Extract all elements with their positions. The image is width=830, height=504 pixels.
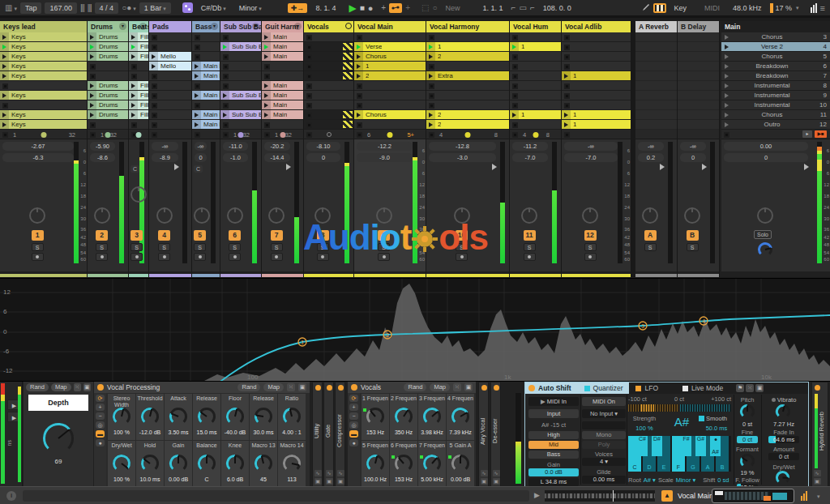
add-track-icon[interactable]: + <box>405 3 410 12</box>
io-meter-caret-icon[interactable]: ▾ <box>817 493 820 500</box>
macro-control[interactable]: Attack3.50 ms <box>165 394 192 440</box>
clip-slot[interactable]: Fills <box>129 110 148 120</box>
clip-slot[interactable] <box>354 81 426 91</box>
key-root-menu[interactable]: C#/Db▾ <box>196 2 231 14</box>
solo-button[interactable]: S <box>317 243 329 251</box>
arm-monitor-button[interactable] <box>317 253 329 261</box>
macro-control[interactable]: 4 Frequen7.39 kHz <box>447 394 474 440</box>
stop-all-square[interactable] <box>90 132 96 138</box>
dry-wet-knob[interactable] <box>775 470 790 486</box>
clip-launch-zone[interactable] <box>354 62 363 70</box>
nudge-down-icon[interactable]: ||| <box>80 3 84 12</box>
solo-chip[interactable]: Solo <box>754 230 772 239</box>
clip-slot[interactable] <box>192 100 220 110</box>
clip-slot[interactable] <box>562 32 631 42</box>
clip-launch-zone[interactable] <box>510 110 519 119</box>
clip-launch-zone[interactable] <box>129 110 138 119</box>
clip[interactable]: Main lin <box>192 110 220 119</box>
clip[interactable]: Main <box>262 81 303 90</box>
clip-slot[interactable]: Fills <box>129 100 148 110</box>
crossfade-assign-c[interactable]: C <box>194 165 203 173</box>
solo-button[interactable]: S <box>524 243 536 251</box>
clip-slot[interactable]: 1 <box>510 110 561 120</box>
metronome-icon[interactable]: ○●▾ <box>122 3 136 12</box>
clip-slot[interactable] <box>149 42 191 52</box>
macro-control[interactable]: Dry/Wet100 % <box>108 441 135 486</box>
clip-slot[interactable] <box>304 91 353 100</box>
clip-slot[interactable]: 1 <box>562 71 631 81</box>
stop-all-clips-icon[interactable]: ▶■ <box>815 130 827 138</box>
clip-slot[interactable]: Main <box>262 91 303 100</box>
clip-slot[interactable] <box>220 71 261 81</box>
clip[interactable]: Fills <box>129 110 148 119</box>
clip[interactable]: Chorus <box>354 110 426 119</box>
clip-slot[interactable] <box>129 62 148 71</box>
clip-slot[interactable] <box>510 91 561 100</box>
macro-control[interactable]: Floor-40.0 dB <box>221 394 249 440</box>
clip-launch-zone[interactable] <box>262 100 271 109</box>
clip-launch-zone[interactable] <box>220 42 229 51</box>
clip[interactable]: 1 <box>510 42 561 51</box>
midi-in-button[interactable]: ▶ MIDI In <box>528 397 579 406</box>
solo-button[interactable]: S <box>644 243 657 251</box>
clip-slot[interactable] <box>426 91 509 100</box>
macro-control[interactable]: Release30.0 ms <box>250 394 277 440</box>
clip[interactable]: Main lin <box>192 62 220 70</box>
clip-stop-row[interactable] <box>192 130 220 139</box>
track-header[interactable]: Pads <box>149 21 191 32</box>
clip[interactable]: 1 <box>354 62 426 70</box>
clip-launch-zone[interactable] <box>262 81 271 90</box>
clip-slot[interactable] <box>149 32 191 42</box>
clip-slot[interactable] <box>510 120 561 130</box>
clip-launch-zone[interactable] <box>88 81 96 90</box>
clip-slot[interactable]: Mello <box>149 52 191 62</box>
return-header[interactable]: B Delay <box>678 21 719 32</box>
tab-live-mode[interactable]: Live Mode <box>676 382 729 394</box>
layout-icon[interactable]: ▥▾ <box>5 3 17 12</box>
poly-button[interactable]: Poly <box>582 441 626 449</box>
clip-slot[interactable] <box>149 71 191 81</box>
clip-launch-zone[interactable] <box>354 110 363 119</box>
macro-knob[interactable] <box>390 407 417 429</box>
dice-icon[interactable]: ⁙ <box>287 383 295 391</box>
capture-new-scene-button[interactable]: New <box>441 2 465 14</box>
clip[interactable]: Drums <box>88 81 128 90</box>
clip[interactable]: Sub Sub Ba <box>220 42 261 51</box>
track-activator-button[interactable]: 8 <box>317 230 329 241</box>
sc-icon[interactable]: ∿ <box>481 470 488 476</box>
glide-field[interactable]: 0.00 ms <box>582 476 626 484</box>
track-header[interactable]: Vocal Harmony <box>426 21 509 32</box>
clip-launch-zone[interactable] <box>0 42 9 51</box>
punch-out-icon[interactable]: ⌐ <box>530 3 535 12</box>
latency-display[interactable]: L 34.8 ms <box>528 478 579 486</box>
macro-knob[interactable] <box>362 454 389 476</box>
clip-slot[interactable] <box>562 91 631 100</box>
macro-control[interactable]: 5 Frequen100.0 Hz <box>362 441 389 486</box>
re-enable-automation-icon[interactable]: ○ <box>432 3 437 12</box>
macro-knob[interactable] <box>108 407 135 429</box>
clip-slot[interactable]: 1 <box>562 110 631 120</box>
solo-button[interactable]: S <box>584 243 597 251</box>
clip-stop-row[interactable]: 48 <box>426 130 509 139</box>
clip[interactable]: Main <box>262 91 303 100</box>
shift-value[interactable]: 0 sd <box>717 476 729 484</box>
macro-control[interactable]: Release15.0 ms <box>193 394 220 440</box>
volume-value[interactable]: -8.9 <box>152 153 178 162</box>
clip-slot[interactable] <box>354 100 426 110</box>
scene-row[interactable]: Chorus3 <box>721 32 830 42</box>
macro-control[interactable]: 2 Frequen350 Hz <box>390 394 417 440</box>
clip-launch-zone[interactable] <box>426 120 435 129</box>
clip-slot[interactable] <box>0 100 87 110</box>
amount-field[interactable]: 0 ct <box>768 453 799 460</box>
band-bass-button[interactable]: Bass <box>528 451 579 459</box>
track-activator-button[interactable]: 7 <box>271 230 283 241</box>
clip-slot[interactable] <box>426 32 509 42</box>
clip-slot[interactable] <box>304 62 353 71</box>
clip-launch-zone[interactable] <box>426 71 435 80</box>
clip-slot[interactable] <box>510 62 561 71</box>
macro-knob[interactable] <box>418 407 446 429</box>
clip-slot[interactable] <box>192 81 220 91</box>
new-midi-icon[interactable]: + <box>381 3 386 12</box>
clip-launch-zone[interactable] <box>0 91 9 100</box>
clip[interactable]: Mello <box>149 62 191 70</box>
